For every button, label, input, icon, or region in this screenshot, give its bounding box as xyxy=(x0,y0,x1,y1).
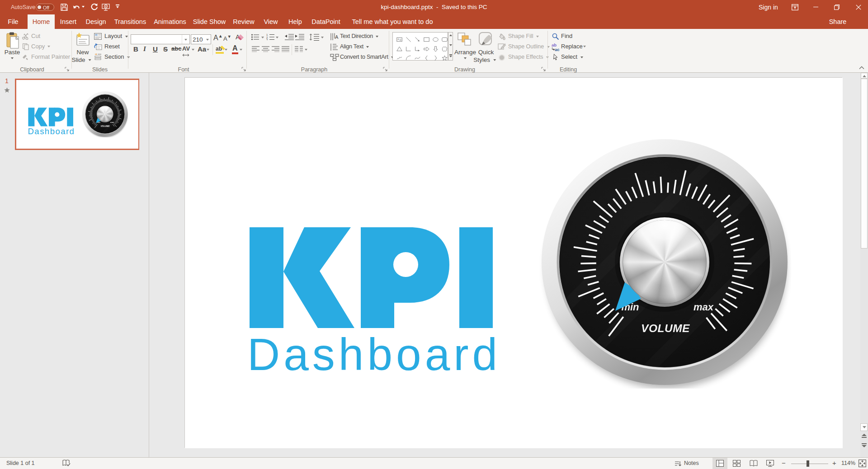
svg-text:A: A xyxy=(335,34,339,40)
svg-text:ac: ac xyxy=(555,47,560,52)
svg-text:max: max xyxy=(110,121,114,123)
svg-text:A: A xyxy=(397,38,399,41)
svg-text:VOLUME: VOLUME xyxy=(641,322,690,334)
svg-text:3: 3 xyxy=(266,38,268,41)
svg-text:VOLUME: VOLUME xyxy=(101,125,110,127)
svg-text:max: max xyxy=(693,301,714,313)
